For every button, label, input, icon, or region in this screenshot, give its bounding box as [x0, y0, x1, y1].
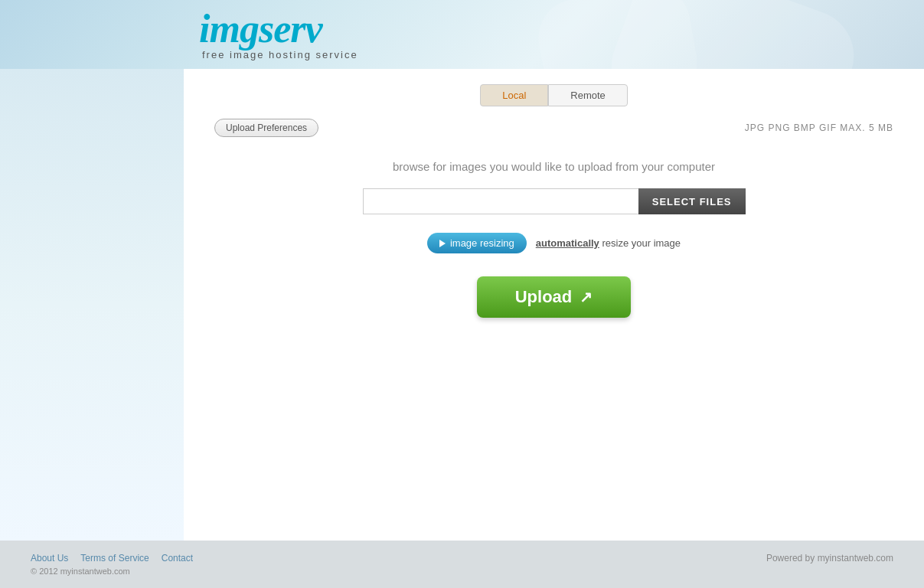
logo-area: imgserv free image hosting service	[199, 9, 358, 60]
upload-arrow-icon: ↗	[580, 288, 593, 306]
footer-powered-by: Powered by myinstantweb.com	[766, 553, 893, 564]
tab-bar: Local Remote	[214, 84, 893, 106]
footer-link-contact[interactable]: Contact	[162, 553, 193, 564]
header: imgserv free image hosting service	[0, 0, 924, 69]
prefs-row: Upload Preferences JPG PNG BMP GIF MAX. …	[214, 119, 893, 137]
file-path-input[interactable]	[363, 188, 638, 214]
browse-label: browse for images you would like to uplo…	[393, 160, 715, 173]
image-resizing-button[interactable]: image resizing	[427, 233, 527, 253]
resizing-description: automatically resize your image	[536, 237, 681, 249]
tab-remote[interactable]: Remote	[548, 84, 628, 106]
logo-tagline: free image hosting service	[202, 49, 358, 60]
resizing-btn-label: image resizing	[450, 237, 514, 249]
footer: About Us Terms of Service Contact © 2012…	[0, 541, 924, 588]
footer-links: About Us Terms of Service Contact	[31, 553, 193, 564]
select-files-button[interactable]: SELECT FILES	[638, 188, 746, 214]
footer-copyright: © 2012 myinstantweb.com	[31, 567, 193, 576]
file-types-label: JPG PNG BMP GIF MAX. 5 MB	[745, 122, 893, 133]
main-wrapper: Local Remote Upload Preferences JPG PNG …	[0, 69, 924, 541]
sidebar	[0, 69, 184, 541]
content-area: Local Remote Upload Preferences JPG PNG …	[184, 69, 924, 541]
resizing-bold: automatically	[536, 237, 599, 249]
upload-label: Upload	[515, 287, 573, 307]
upload-button[interactable]: Upload ↗	[477, 276, 632, 318]
resizing-row: image resizing automatically resize your…	[427, 233, 681, 253]
logo-text: imgserv	[199, 9, 358, 49]
file-input-row: SELECT FILES	[363, 188, 746, 214]
footer-left: About Us Terms of Service Contact © 2012…	[31, 553, 193, 576]
play-icon	[439, 240, 446, 247]
footer-link-about[interactable]: About Us	[31, 553, 68, 564]
footer-link-tos[interactable]: Terms of Service	[80, 553, 149, 564]
browse-section: browse for images you would like to uplo…	[214, 160, 893, 318]
upload-preferences-button[interactable]: Upload Preferences	[214, 119, 318, 137]
tab-local[interactable]: Local	[480, 84, 548, 106]
